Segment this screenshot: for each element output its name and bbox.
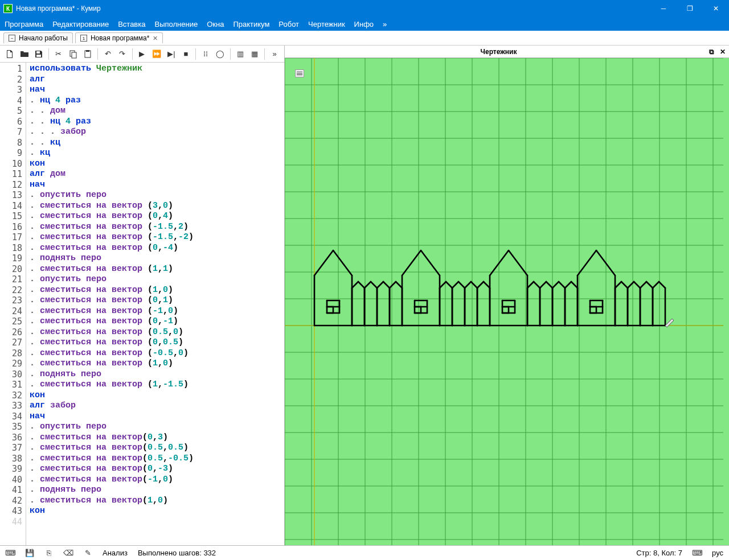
svg-line-165 [640, 282, 646, 288]
code-editor[interactable]: 1234567891011121314151617181920212223242… [0, 63, 284, 545]
svg-line-123 [534, 282, 540, 288]
tab-close-icon[interactable]: ✕ [153, 35, 158, 42]
svg-line-105 [484, 282, 490, 288]
new-file-icon[interactable] [3, 48, 16, 60]
drawer-pane: Чертежник ⧉ ✕ [285, 46, 729, 545]
svg-line-156 [621, 282, 628, 288]
svg-line-95 [458, 282, 465, 288]
tab-label: Начало работы [19, 34, 68, 42]
svg-line-89 [440, 282, 446, 288]
menu-item[interactable]: Программа [5, 20, 43, 28]
svg-line-127 [540, 282, 546, 288]
status-cursor: Стр: 8, Кол: 7 [636, 549, 682, 557]
svg-line-110 [509, 250, 527, 275]
menu-item[interactable]: Робот [279, 20, 299, 28]
svg-line-44 [333, 250, 352, 275]
pane-close-icon[interactable]: ✕ [720, 48, 726, 56]
svg-line-66 [377, 282, 383, 288]
editor-pane: ✂ ↶ ↷ ▶ ⏩ ▶| ■ ⁞⁞ ◯ ▥ ▦ » 12345678910111… [0, 46, 285, 545]
tab-program[interactable]: 1 Новая программа* ✕ [75, 32, 163, 43]
svg-rect-3 [86, 50, 89, 52]
app-icon: К [3, 4, 13, 13]
maximize-button[interactable]: ❐ [677, 0, 703, 17]
svg-line-128 [546, 282, 552, 288]
tool1-icon[interactable]: ⁞⁞ [199, 48, 212, 60]
svg-line-62 [371, 282, 377, 288]
svg-line-104 [477, 282, 484, 288]
status-icon-1[interactable]: ⌨ [6, 549, 15, 558]
svg-line-61 [364, 282, 371, 288]
run-fast-icon[interactable]: ⏩ [150, 48, 163, 60]
kb-layout-icon[interactable]: ⌨ [693, 549, 702, 558]
menu-item[interactable]: Вставка [118, 20, 145, 28]
open-file-icon[interactable] [18, 48, 31, 60]
menu-item[interactable]: Редактирование [52, 20, 109, 28]
menu-item[interactable]: Окна [207, 20, 224, 28]
cut-icon[interactable]: ✂ [52, 48, 65, 60]
svg-line-155 [615, 282, 621, 288]
tool2-icon[interactable]: ◯ [214, 48, 227, 60]
canvas-menu-icon[interactable] [295, 69, 304, 77]
close-button[interactable]: ✕ [703, 0, 729, 17]
tab-icon: 1 [80, 35, 87, 42]
pane-detach-icon[interactable]: ⧉ [709, 48, 714, 56]
svg-line-137 [565, 282, 571, 288]
redo-icon[interactable]: ↷ [116, 48, 129, 60]
pane-title: Чертежник [288, 48, 709, 56]
undo-icon[interactable]: ↶ [101, 48, 114, 60]
tab-label: Новая программа* [91, 34, 150, 42]
editor-toolbar: ✂ ↶ ↷ ▶ ⏩ ▶| ■ ⁞⁞ ◯ ▥ ▦ » [0, 46, 284, 63]
svg-line-45 [314, 250, 333, 275]
status-analysis: Анализ [103, 549, 128, 557]
window-title: Новая программа* - Кумир [16, 5, 650, 13]
status-lang: рус [712, 549, 723, 557]
drawer-canvas[interactable] [285, 58, 729, 545]
tab-icon: ~ [9, 35, 15, 42]
svg-line-67 [383, 282, 390, 288]
status-icon-4[interactable]: ⌫ [64, 549, 73, 558]
status-icon-5[interactable]: ✎ [83, 549, 92, 558]
svg-line-122 [527, 282, 534, 288]
run-icon[interactable]: ▶ [136, 48, 149, 60]
drawing-svg [285, 58, 723, 545]
svg-line-78 [402, 250, 421, 275]
svg-line-72 [396, 282, 402, 288]
status-icon-3[interactable]: ⎘ [44, 549, 54, 558]
svg-line-77 [421, 250, 440, 275]
paste-icon[interactable] [82, 48, 95, 60]
svg-line-71 [390, 282, 396, 288]
svg-line-166 [646, 282, 653, 288]
menu-item[interactable]: Практикум [233, 20, 269, 28]
copy-icon[interactable] [67, 48, 80, 60]
svg-line-99 [465, 282, 471, 288]
menu-item[interactable]: Выполнение [154, 20, 198, 28]
code-area[interactable]: использовать Чертежникалгнач. нц 4 раз. … [26, 63, 284, 545]
pane-header: Чертежник ⧉ ✕ [285, 46, 729, 58]
grid2-icon[interactable]: ▦ [248, 48, 261, 60]
status-bar: ⌨ 💾 ⎘ ⌫ ✎ Анализ Выполнено шагов: 332 Ст… [0, 545, 729, 560]
save-file-icon[interactable] [32, 48, 45, 60]
svg-rect-1 [72, 52, 76, 58]
svg-line-94 [452, 282, 458, 288]
svg-line-144 [578, 250, 596, 275]
document-tabs: ~ Начало работы 1 Новая программа* ✕ [0, 31, 729, 46]
menu-item[interactable]: » [383, 20, 387, 28]
more-icon[interactable]: » [268, 48, 281, 60]
status-icon-2[interactable]: 💾 [25, 549, 34, 558]
status-steps: Выполнено шагов: 332 [138, 549, 216, 557]
menu-item[interactable]: Чертежник [308, 20, 345, 28]
workspace: ✂ ↶ ↷ ▶ ⏩ ▶| ■ ⁞⁞ ◯ ▥ ▦ » 12345678910111… [0, 46, 729, 545]
svg-line-56 [352, 282, 358, 288]
line-gutter: 1234567891011121314151617181920212223242… [0, 63, 26, 545]
svg-line-171 [659, 282, 665, 288]
step-icon[interactable]: ▶| [165, 48, 178, 60]
minimize-button[interactable]: ─ [650, 0, 677, 17]
svg-line-132 [552, 282, 559, 288]
tab-start[interactable]: ~ Начало работы [3, 32, 73, 43]
svg-line-57 [358, 282, 364, 288]
svg-line-90 [446, 282, 452, 288]
menu-bar: ПрограммаРедактированиеВставкаВыполнение… [0, 17, 729, 31]
grid1-icon[interactable]: ▥ [234, 48, 247, 60]
menu-item[interactable]: Инфо [354, 20, 374, 28]
stop-icon[interactable]: ■ [180, 48, 193, 60]
